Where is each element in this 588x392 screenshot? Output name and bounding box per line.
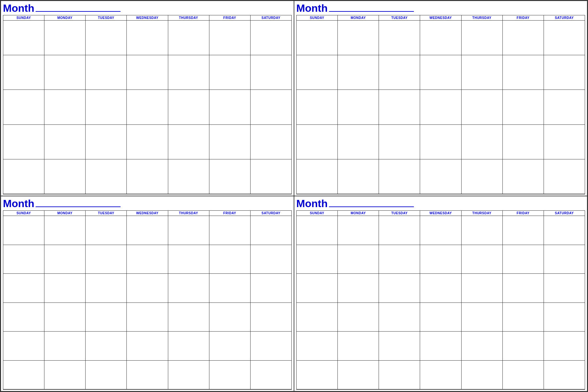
- table-row: [251, 332, 292, 361]
- calendar-row: [297, 361, 585, 390]
- calendar-grid-top-left: [3, 21, 292, 194]
- table-row: [3, 216, 44, 245]
- table-row: [420, 125, 461, 159]
- calendar-row: [3, 55, 292, 90]
- table-row: [3, 332, 44, 361]
- table-row: [44, 274, 86, 303]
- table-row: [338, 303, 379, 332]
- calendar-row: [3, 216, 292, 245]
- table-row: [209, 332, 251, 361]
- month-underline-bottom-right: [329, 206, 414, 207]
- table-row: [127, 361, 168, 390]
- table-row: [297, 125, 338, 159]
- table-row: [379, 303, 420, 332]
- table-row: [168, 361, 209, 390]
- day-thursday-top-left: THURSDAY: [168, 15, 209, 21]
- day-monday-bottom-left: MONDAY: [44, 211, 86, 216]
- table-row: [379, 216, 420, 245]
- day-friday-top-right: FRIDAY: [503, 15, 544, 21]
- table-row: [379, 159, 420, 194]
- day-headers-bottom-right: SUNDAY MONDAY TUESDAY WEDNESDAY THURSDAY…: [296, 210, 585, 216]
- day-monday-bottom-right: MONDAY: [338, 211, 379, 216]
- table-row: [251, 125, 292, 159]
- calendar-row: [3, 90, 292, 124]
- table-row: [420, 216, 461, 245]
- table-row: [44, 159, 86, 194]
- table-row: [297, 90, 338, 124]
- calendar-header-top-left: Month: [3, 2, 292, 14]
- table-row: [3, 245, 44, 274]
- day-tuesday-bottom-left: TUESDAY: [86, 211, 127, 216]
- table-row: [379, 332, 420, 361]
- table-row: [338, 21, 379, 55]
- table-row: [168, 332, 209, 361]
- table-row: [503, 361, 544, 390]
- day-sunday-bottom-right: SUNDAY: [297, 211, 338, 216]
- day-headers-top-left: SUNDAY MONDAY TUESDAY WEDNESDAY THURSDAY…: [3, 15, 292, 21]
- calendar-row: [3, 274, 292, 303]
- table-row: [3, 274, 44, 303]
- table-row: [379, 361, 420, 390]
- day-headers-top-right: SUNDAY MONDAY TUESDAY WEDNESDAY THURSDAY…: [296, 15, 585, 21]
- table-row: [544, 303, 585, 332]
- table-row: [127, 303, 168, 332]
- table-row: [127, 21, 168, 55]
- table-row: [297, 159, 338, 194]
- table-row: [44, 361, 86, 390]
- day-headers-bottom-left: SUNDAY MONDAY TUESDAY WEDNESDAY THURSDAY…: [3, 210, 292, 216]
- table-row: [297, 361, 338, 390]
- table-row: [503, 21, 544, 55]
- table-row: [44, 216, 86, 245]
- table-row: [86, 55, 127, 90]
- table-row: [462, 159, 503, 194]
- table-row: [251, 303, 292, 332]
- day-monday-top-right: MONDAY: [338, 15, 379, 21]
- table-row: [379, 245, 420, 274]
- day-sunday-bottom-left: SUNDAY: [3, 211, 44, 216]
- table-row: [297, 21, 338, 55]
- table-row: [86, 274, 127, 303]
- table-row: [544, 125, 585, 159]
- day-sunday-top-left: SUNDAY: [3, 15, 44, 21]
- table-row: [379, 274, 420, 303]
- calendar-row: [3, 125, 292, 159]
- calendar-row: [297, 303, 585, 332]
- table-row: [209, 55, 251, 90]
- day-friday-bottom-left: FRIDAY: [209, 211, 251, 216]
- table-row: [3, 361, 44, 390]
- table-row: [251, 55, 292, 90]
- table-row: [503, 303, 544, 332]
- table-row: [503, 125, 544, 159]
- table-row: [462, 332, 503, 361]
- table-row: [168, 159, 209, 194]
- calendar-bottom-left: Month SUNDAY MONDAY TUESDAY WEDNESDAY TH…: [1, 196, 294, 391]
- calendar-header-bottom-left: Month: [3, 198, 292, 210]
- calendar-row: [3, 21, 292, 55]
- table-row: [127, 125, 168, 159]
- table-row: [420, 274, 461, 303]
- table-row: [544, 245, 585, 274]
- table-row: [544, 21, 585, 55]
- table-row: [297, 303, 338, 332]
- table-row: [462, 21, 503, 55]
- table-row: [86, 216, 127, 245]
- table-row: [251, 361, 292, 390]
- table-row: [44, 125, 86, 159]
- day-saturday-bottom-left: SATURDAY: [251, 211, 292, 216]
- day-saturday-bottom-right: SATURDAY: [544, 211, 585, 216]
- day-sunday-top-right: SUNDAY: [297, 15, 338, 21]
- day-thursday-bottom-left: THURSDAY: [168, 211, 209, 216]
- table-row: [3, 159, 44, 194]
- table-row: [379, 55, 420, 90]
- table-row: [297, 216, 338, 245]
- calendar-grid-top-right: [296, 21, 585, 194]
- table-row: [420, 245, 461, 274]
- month-title-top-left: Month: [3, 2, 34, 14]
- calendar-row: [297, 125, 585, 159]
- calendar-header-bottom-right: Month: [296, 198, 585, 210]
- table-row: [86, 159, 127, 194]
- table-row: [462, 361, 503, 390]
- table-row: [86, 245, 127, 274]
- table-row: [544, 274, 585, 303]
- table-row: [44, 332, 86, 361]
